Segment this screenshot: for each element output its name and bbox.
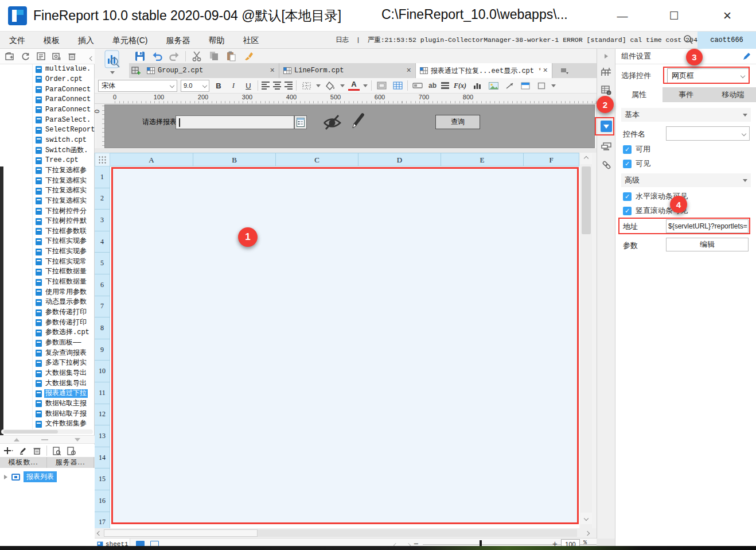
tree-item[interactable]: ParaConnect	[0, 84, 95, 95]
advanced-section-header[interactable]: 高级	[621, 173, 751, 187]
expand-arrow-icon[interactable]	[3, 474, 8, 480]
menu-item[interactable]: 社区	[233, 32, 268, 49]
merge-cells-icon[interactable]	[375, 80, 388, 91]
new-template-icon[interactable]	[129, 63, 143, 78]
row-header[interactable]: 12	[95, 404, 110, 426]
row-header[interactable]: 8	[95, 317, 110, 339]
row-header[interactable]: 14	[95, 447, 110, 469]
edit-pencil-icon[interactable]	[743, 52, 751, 60]
edit-pencil-icon[interactable]	[350, 112, 365, 130]
chevron-down-icon[interactable]	[363, 84, 368, 87]
vertical-scrollbar[interactable]	[580, 153, 592, 528]
tree-item[interactable]: ParaConnect	[0, 105, 95, 115]
checkbox-checked-icon[interactable]: ✓	[623, 207, 632, 215]
menu-item[interactable]: 模板	[34, 32, 69, 49]
insert-formula-button[interactable]: F(x)	[453, 82, 467, 90]
horizontal-scrollbar[interactable]	[95, 528, 597, 538]
paste-icon[interactable]	[225, 51, 237, 62]
row-header[interactable]: 13	[95, 425, 110, 447]
editor-tab[interactable]: LineForm.cpt ×	[279, 63, 416, 78]
log-status[interactable]: 日志 | 严重:21:53:52 plugin-CollectorManager…	[336, 32, 717, 49]
row-header[interactable]: 16	[95, 490, 110, 512]
tree-item[interactable]: 下拉树控件分	[0, 206, 95, 216]
tree-item[interactable]: 数据钻取子报	[0, 409, 95, 419]
insert-table-icon[interactable]	[391, 80, 404, 91]
checkbox-checked-icon[interactable]: ✓	[623, 145, 632, 154]
template-preview-button[interactable]	[103, 50, 122, 76]
editor-tab[interactable]: 报表通过下拉复...eet显示.cpt * ×	[416, 63, 552, 78]
hyperlink-icon[interactable]	[601, 159, 612, 171]
tree-item[interactable]: switch.cpt	[0, 135, 95, 146]
tree-item[interactable]: 复杂查询报表	[0, 348, 95, 358]
row-header[interactable]: 17	[95, 512, 110, 529]
tree-item[interactable]: 下拉框实现参	[0, 237, 95, 247]
tree-item[interactable]: 下拉复选框参	[0, 166, 95, 176]
insert-image-icon[interactable]	[487, 80, 500, 91]
column-header[interactable]: F	[524, 153, 579, 166]
tree-item[interactable]: multivalue.	[0, 64, 95, 75]
row-header[interactable]: 7	[95, 296, 110, 318]
scroll-left-icon[interactable]	[95, 528, 104, 538]
bold-button[interactable]: B	[213, 82, 224, 90]
chevron-down-icon[interactable]	[316, 84, 321, 87]
template-list-icon[interactable]	[36, 51, 46, 61]
insert-field-icon[interactable]	[411, 80, 424, 91]
column-header[interactable]: A	[110, 153, 193, 166]
row-header[interactable]: 2	[95, 188, 110, 210]
close-icon[interactable]: ×	[543, 66, 548, 75]
tree-item[interactable]: 大数据集导出	[0, 378, 95, 389]
font-color-icon[interactable]: A	[348, 80, 360, 91]
tree-item[interactable]: 下拉复选框实	[0, 196, 95, 207]
report-select-input[interactable]	[176, 115, 294, 129]
menu-item[interactable]: 帮助	[199, 32, 233, 49]
column-header[interactable]: E	[441, 153, 524, 166]
tree-item[interactable]: 大数据集导出	[0, 369, 95, 379]
row-header[interactable]: 10	[95, 361, 110, 382]
tree-item[interactable]: 动态显示参数	[0, 297, 95, 308]
row-header[interactable]: 9	[95, 339, 110, 361]
tree-horizontal-scrollbar[interactable]	[1, 429, 93, 434]
fill-color-icon[interactable]	[324, 80, 337, 91]
font-family-select[interactable]: 宋体	[98, 80, 177, 92]
border-style-icon[interactable]	[300, 80, 313, 91]
column-header[interactable]: D	[358, 153, 441, 166]
menu-item[interactable]: 服务器	[157, 32, 199, 49]
tree-item[interactable]: SelectReport	[0, 125, 95, 135]
scrollbar-thumb[interactable]	[104, 529, 258, 537]
scrollbar-thumb[interactable]	[582, 166, 591, 234]
maximize-button[interactable]: ☐	[661, 8, 687, 24]
widget-name-select[interactable]	[666, 126, 750, 141]
cut-icon[interactable]	[190, 51, 203, 62]
chevron-down-icon[interactable]	[551, 84, 556, 87]
tree-item[interactable]: 报表通过下拉	[0, 389, 95, 399]
tree-item[interactable]: 下拉框实现参	[0, 247, 95, 257]
refresh-icon[interactable]	[20, 51, 30, 61]
log-label[interactable]: 日志	[336, 36, 349, 44]
tree-item[interactable]: 下拉树控件默	[0, 216, 95, 227]
tree-item[interactable]: 下拉复选框实	[0, 176, 95, 186]
tree-item[interactable]: Tree.cpt	[0, 156, 95, 166]
splitter-up-icon[interactable]	[13, 437, 21, 442]
tree-item[interactable]: 下拉框数据量	[0, 267, 95, 277]
editor-tab[interactable]: Group_2.cpt ×	[143, 63, 279, 78]
font-size-select[interactable]: 9.0	[181, 80, 209, 92]
chevron-down-icon[interactable]	[340, 84, 345, 87]
tree-item[interactable]: 文件数据集参	[0, 419, 95, 429]
new-folder-icon[interactable]	[5, 51, 15, 61]
tree-item[interactable]: 使用常用参数	[0, 287, 95, 297]
report-list-item[interactable]: 报表列表	[3, 471, 57, 482]
add-icon[interactable]	[3, 447, 13, 455]
close-button[interactable]: ✕	[714, 8, 741, 24]
insert-shape-icon[interactable]	[535, 80, 548, 91]
property-tab[interactable]: 移动端	[710, 87, 756, 102]
tree-item[interactable]: Order.cpt	[0, 75, 95, 85]
search-icon[interactable]	[683, 34, 696, 47]
web-frame-widget-selection[interactable]	[111, 167, 579, 524]
save-icon[interactable]	[134, 51, 146, 62]
tree-item[interactable]: 下拉框数据量	[0, 277, 95, 288]
align-right-icon[interactable]	[285, 82, 293, 90]
tree-item[interactable]: 下拉框实现常	[0, 257, 95, 267]
collapse-panel-icon[interactable]	[601, 51, 612, 62]
query-button[interactable]: 查询	[435, 115, 480, 129]
row-header[interactable]: 6	[95, 274, 110, 296]
